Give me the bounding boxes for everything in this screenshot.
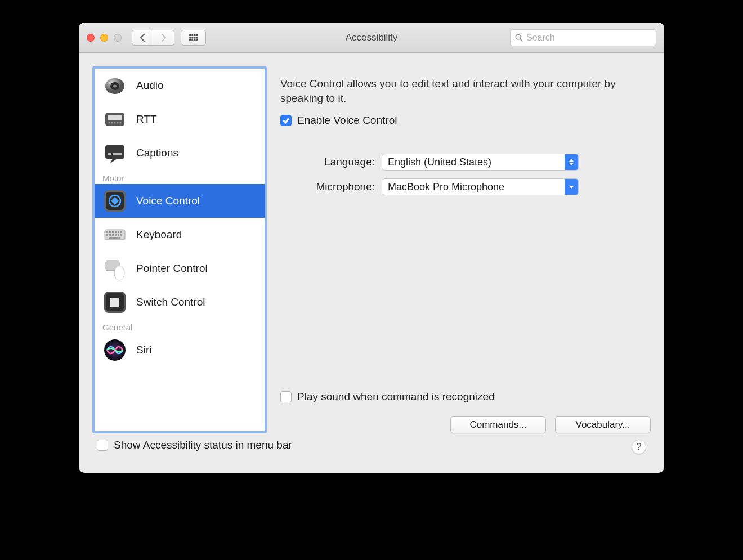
search-field[interactable] xyxy=(510,29,656,46)
microphone-value: MacBook Pro Microphone xyxy=(388,181,504,193)
svg-rect-32 xyxy=(109,231,111,233)
show-status-menubar-row[interactable]: Show Accessibility status in menu bar xyxy=(97,439,292,451)
svg-rect-11 xyxy=(196,39,198,41)
minimize-window-button[interactable] xyxy=(100,34,108,42)
sidebar-item-label: RTT xyxy=(136,113,157,126)
svg-point-16 xyxy=(113,85,117,88)
pointer-control-icon xyxy=(102,256,127,281)
svg-rect-40 xyxy=(115,234,117,236)
svg-rect-4 xyxy=(189,37,191,38)
svg-rect-43 xyxy=(109,237,120,239)
play-sound-row[interactable]: Play sound when command is recognized xyxy=(280,391,651,403)
svg-rect-10 xyxy=(194,39,195,41)
search-input[interactable] xyxy=(526,33,651,43)
back-button[interactable] xyxy=(132,30,153,46)
svg-rect-24 xyxy=(105,145,124,159)
enable-voice-control-row[interactable]: Enable Voice Control xyxy=(280,114,651,127)
svg-rect-31 xyxy=(106,231,108,233)
sidebar-item-voice-control[interactable]: Voice Control xyxy=(95,184,265,218)
chevron-down-icon xyxy=(565,179,578,195)
category-sidebar: Audio RTT Captions Motor xyxy=(92,66,267,433)
sidebar-section-motor: Motor xyxy=(95,170,265,184)
sidebar-item-audio[interactable]: Audio xyxy=(95,69,265,102)
language-popup[interactable]: English (United States) xyxy=(382,154,579,171)
show-status-menubar-label: Show Accessibility status in menu bar xyxy=(114,439,292,451)
svg-rect-34 xyxy=(115,231,117,233)
svg-rect-5 xyxy=(191,37,193,38)
svg-rect-36 xyxy=(120,231,122,233)
svg-rect-3 xyxy=(196,34,198,36)
siri-icon xyxy=(102,338,127,362)
titlebar: Accessibility xyxy=(79,23,664,53)
svg-point-45 xyxy=(114,266,124,280)
sidebar-item-label: Captions xyxy=(136,147,178,159)
svg-point-20 xyxy=(111,122,113,124)
enable-voice-control-label: Enable Voice Control xyxy=(297,114,397,127)
show-status-menubar-checkbox[interactable] xyxy=(97,440,108,451)
svg-rect-33 xyxy=(112,231,114,233)
svg-rect-26 xyxy=(113,153,122,155)
captions-icon xyxy=(102,141,127,165)
preferences-window: Accessibility Audio xyxy=(79,23,664,473)
svg-rect-1 xyxy=(191,34,193,36)
svg-point-23 xyxy=(120,122,122,124)
zoom-window-button xyxy=(114,34,122,42)
svg-rect-9 xyxy=(191,39,193,41)
traffic-lights xyxy=(87,34,122,42)
sidebar-item-label: Audio xyxy=(136,79,164,92)
sidebar-item-siri[interactable]: Siri xyxy=(95,333,265,367)
svg-rect-48 xyxy=(110,298,119,307)
svg-point-19 xyxy=(109,122,110,124)
svg-rect-39 xyxy=(112,234,114,236)
sidebar-item-label: Switch Control xyxy=(136,296,205,308)
voice-control-icon xyxy=(102,189,127,213)
commands-button[interactable]: Commands... xyxy=(450,416,546,433)
language-value: English (United States) xyxy=(388,156,491,168)
forward-button[interactable] xyxy=(153,30,174,46)
svg-rect-41 xyxy=(118,234,119,236)
svg-rect-18 xyxy=(108,115,122,120)
svg-point-21 xyxy=(114,122,116,124)
sidebar-item-pointer-control[interactable]: Pointer Control xyxy=(95,252,265,285)
sidebar-item-label: Pointer Control xyxy=(136,262,208,275)
stepper-arrows-icon xyxy=(565,154,578,170)
show-all-button[interactable] xyxy=(181,30,206,46)
sidebar-item-label: Keyboard xyxy=(136,229,182,241)
svg-rect-37 xyxy=(106,234,108,236)
sidebar-item-keyboard[interactable]: Keyboard xyxy=(95,218,265,252)
content-pane: Voice Control allows you to edit text an… xyxy=(280,66,651,433)
play-sound-label: Play sound when command is recognized xyxy=(297,391,495,403)
svg-rect-2 xyxy=(194,34,195,36)
close-window-button[interactable] xyxy=(87,34,95,42)
sidebar-item-label: Voice Control xyxy=(136,195,200,207)
keyboard-icon xyxy=(102,222,127,247)
sidebar-section-general: General xyxy=(95,319,265,333)
language-label: Language: xyxy=(280,156,382,168)
description-text: Voice Control allows you to edit text an… xyxy=(280,77,651,105)
play-sound-checkbox[interactable] xyxy=(280,391,292,402)
enable-voice-control-checkbox[interactable] xyxy=(280,115,292,126)
vocabulary-button[interactable]: Vocabulary... xyxy=(555,416,651,433)
svg-rect-42 xyxy=(120,234,122,236)
sidebar-item-captions[interactable]: Captions xyxy=(95,136,265,170)
svg-rect-6 xyxy=(194,37,195,38)
sidebar-item-switch-control[interactable]: Switch Control xyxy=(95,285,265,319)
svg-point-22 xyxy=(117,122,119,124)
svg-rect-8 xyxy=(189,39,191,41)
switch-control-icon xyxy=(102,290,127,315)
svg-rect-7 xyxy=(196,37,198,38)
nav-back-forward xyxy=(132,30,174,46)
svg-rect-25 xyxy=(108,153,111,155)
sidebar-item-label: Siri xyxy=(136,344,151,356)
svg-rect-0 xyxy=(189,34,191,36)
search-icon xyxy=(515,34,523,42)
svg-rect-38 xyxy=(109,234,111,236)
sidebar-item-rtt[interactable]: RTT xyxy=(95,102,265,136)
microphone-label: Microphone: xyxy=(280,181,382,193)
microphone-popup[interactable]: MacBook Pro Microphone xyxy=(382,178,579,195)
rtt-icon xyxy=(102,107,127,132)
svg-rect-35 xyxy=(118,231,119,233)
help-button[interactable]: ? xyxy=(632,440,646,454)
svg-line-13 xyxy=(520,39,522,41)
speaker-icon xyxy=(102,73,127,98)
